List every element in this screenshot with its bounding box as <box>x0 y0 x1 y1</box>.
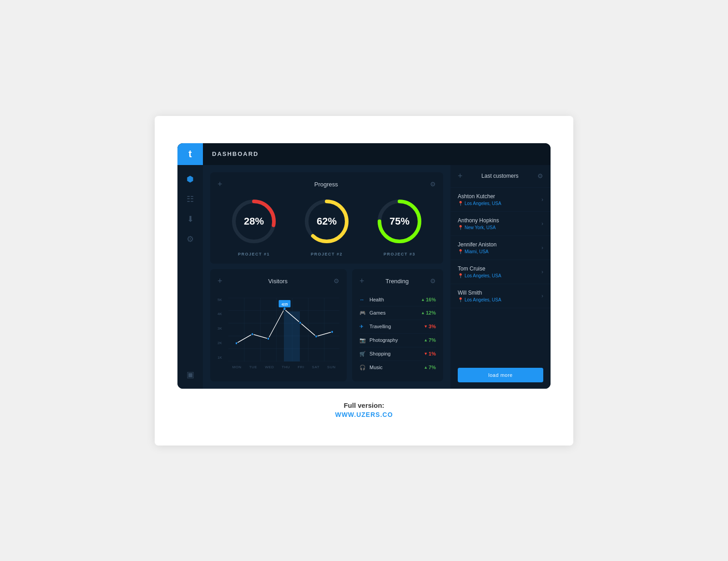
project2-label: PROJECT #2 <box>311 252 343 256</box>
settings-icon[interactable]: ⚙ <box>187 234 194 244</box>
trending-games[interactable]: 🎮 Games ▲ 12% <box>359 306 436 320</box>
customer-jennifer-location: 📍 Miami, USA <box>458 249 541 254</box>
health-label: Health <box>369 297 421 302</box>
chart-x-labels: MON TUE WED THU FRI SAT SUN <box>228 365 339 369</box>
project1-label: PROJECT #1 <box>238 252 270 256</box>
customer-anthony-info: Anthony Hopkins 📍 New York, USA <box>458 217 541 230</box>
customers-settings-icon[interactable]: ⚙ <box>537 172 543 180</box>
customer-tom-info: Tom Cruise 📍 Los Angeles, USA <box>458 265 541 278</box>
header-title: DASHBOARD <box>203 150 259 157</box>
trending-health[interactable]: ↔ Health ▲ 16% <box>359 293 436 306</box>
svg-point-24 <box>315 335 318 338</box>
customer-will-chevron: › <box>541 293 543 299</box>
customer-anthony-name: Anthony Hopkins <box>458 217 541 224</box>
visitors-add-icon[interactable]: + <box>217 276 222 286</box>
history-icon[interactable]: ▣ <box>187 370 194 380</box>
customer-tom-location: 📍 Los Angeles, USA <box>458 273 541 278</box>
health-icon: ↔ <box>359 297 366 302</box>
customers-add-icon[interactable]: + <box>458 171 463 181</box>
svg-rect-18 <box>284 311 300 361</box>
games-arrow: ▲ <box>421 311 425 315</box>
y-label-1k: 1K <box>217 356 228 360</box>
x-label-thu: THU <box>282 365 290 369</box>
bottom-row: + Visitors ⚙ 5K 4K 3K 2K <box>210 269 443 381</box>
database-icon[interactable]: ⬢ <box>187 174 194 184</box>
svg-point-21 <box>267 337 269 340</box>
progress-circles: 28% PROJECT #1 62% <box>217 196 436 256</box>
games-icon: 🎮 <box>359 310 366 316</box>
shopping-label: Shopping <box>369 351 424 356</box>
location-pin-icon4: 📍 <box>458 273 463 278</box>
progress-add-icon[interactable]: + <box>217 180 222 189</box>
x-label-wed: WED <box>265 365 274 369</box>
project1-percent: 28% <box>244 215 264 227</box>
x-label-fri: FRI <box>298 365 304 369</box>
progress-card-header: + Progress ⚙ <box>217 180 436 189</box>
location-pin-icon2: 📍 <box>458 225 463 230</box>
visitors-settings-icon[interactable]: ⚙ <box>334 277 339 285</box>
trending-photography[interactable]: 📷 Photography ▲ 7% <box>359 334 436 347</box>
customer-will[interactable]: Will Smith 📍 Los Angeles, USA › <box>450 284 551 308</box>
customer-jennifer-info: Jennifer Aniston 📍 Miami, USA <box>458 241 541 254</box>
footer-link[interactable]: WWW.UZERS.CO <box>177 411 551 418</box>
music-label: Music <box>369 365 424 370</box>
download-icon[interactable]: ⬇ <box>187 214 194 224</box>
trending-card: + Trending ⚙ ↔ Health ▲ 16% 🎮 <box>352 269 443 381</box>
customer-jennifer-name: Jennifer Aniston <box>458 241 541 248</box>
shopping-arrow: ▼ <box>424 351 428 356</box>
footer: Full version: WWW.UZERS.CO <box>177 401 551 418</box>
photography-arrow: ▲ <box>424 338 428 342</box>
trending-add-icon[interactable]: + <box>359 276 364 286</box>
visitors-card: + Visitors ⚙ 5K 4K 3K 2K <box>210 269 347 381</box>
customer-anthony[interactable]: Anthony Hopkins 📍 New York, USA › <box>450 212 551 236</box>
customer-tom-name: Tom Cruise <box>458 265 541 272</box>
health-arrow: ▲ <box>421 297 425 302</box>
games-label: Games <box>369 310 421 316</box>
project3-item: 75% PROJECT #3 <box>374 196 425 256</box>
shopping-icon: 🛒 <box>359 351 366 357</box>
project2-percent: 62% <box>317 215 337 227</box>
chart-svg: 4225 <box>228 298 339 361</box>
customer-ashton[interactable]: Ashton Kutcher 📍 Los Angeles, USA › <box>450 188 551 212</box>
svg-point-23 <box>299 321 302 324</box>
photography-label: Photography <box>369 337 424 343</box>
page-wrapper: t DASHBOARD ⬢ ☷ ⬇ ⚙ ▣ + Progress <box>155 116 573 446</box>
project1-item: 28% PROJECT #1 <box>229 196 279 256</box>
svg-text:4225: 4225 <box>282 302 288 306</box>
visitors-title: Visitors <box>222 278 334 285</box>
svg-point-20 <box>251 333 253 336</box>
svg-point-25 <box>331 331 334 333</box>
location-pin-icon5: 📍 <box>458 297 463 302</box>
games-value: 12% <box>426 310 436 316</box>
y-label-5k: 5K <box>217 298 228 302</box>
project3-label: PROJECT #3 <box>384 252 415 256</box>
sidebar: ⬢ ☷ ⬇ ⚙ ▣ <box>177 165 203 389</box>
location-pin-icon3: 📍 <box>458 249 463 254</box>
customer-ashton-info: Ashton Kutcher 📍 Los Angeles, USA <box>458 193 541 206</box>
trending-settings-icon[interactable]: ⚙ <box>430 277 436 285</box>
music-value: 7% <box>429 365 436 370</box>
briefcase-icon[interactable]: ☷ <box>187 194 194 204</box>
customer-jennifer[interactable]: Jennifer Aniston 📍 Miami, USA › <box>450 236 551 260</box>
x-label-sun: SUN <box>327 365 335 369</box>
customer-tom[interactable]: Tom Cruise 📍 Los Angeles, USA › <box>450 260 551 284</box>
customer-will-name: Will Smith <box>458 290 541 296</box>
logo-box: t <box>177 143 203 165</box>
load-more-button[interactable]: load more <box>458 368 543 382</box>
svg-point-19 <box>235 342 238 345</box>
trending-header: + Trending ⚙ <box>359 276 436 286</box>
trending-shopping[interactable]: 🛒 Shopping ▼ 1% <box>359 347 436 361</box>
music-arrow: ▲ <box>424 365 428 370</box>
photography-icon: 📷 <box>359 337 366 343</box>
customer-ashton-name: Ashton Kutcher <box>458 193 541 200</box>
body-layout: ⬢ ☷ ⬇ ⚙ ▣ + Progress ⚙ <box>177 165 551 389</box>
customer-will-location: 📍 Los Angeles, USA <box>458 297 541 302</box>
x-label-mon: MON <box>232 365 241 369</box>
logo-text: t <box>188 148 192 160</box>
main-content: + Progress ⚙ 28% <box>203 165 450 389</box>
photography-value: 7% <box>429 337 436 343</box>
trending-title: Trending <box>364 278 430 285</box>
trending-music[interactable]: 🎧 Music ▲ 7% <box>359 361 436 374</box>
progress-settings-icon[interactable]: ⚙ <box>430 180 436 188</box>
trending-travelling[interactable]: ✈ Travelling ▼ 3% <box>359 320 436 334</box>
